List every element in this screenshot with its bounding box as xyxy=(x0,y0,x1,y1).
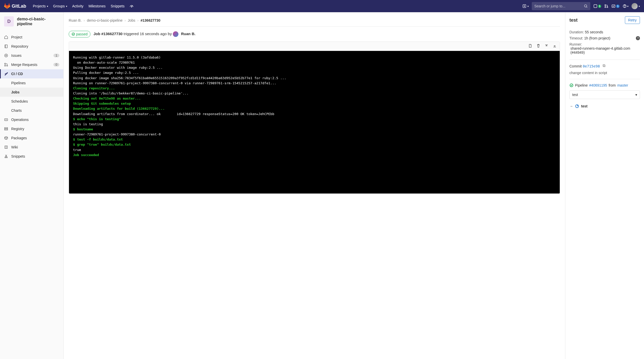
right-panel: test Retry Duration:55 seconds Timeout:1… xyxy=(565,12,644,359)
gitlab-logo[interactable]: GitLab xyxy=(4,3,26,9)
breadcrumbs: Ruan B. › demo-ci-basic-pipeline › Jobs … xyxy=(69,16,560,27)
tanuki-icon xyxy=(4,3,10,9)
svg-rect-18 xyxy=(5,129,8,130)
sidebar-item-operations[interactable]: Operations xyxy=(0,115,63,124)
log-container: Running with gitlab-runner 11.5.0 (3afda… xyxy=(69,42,560,194)
stage-job-row[interactable]: → test xyxy=(569,104,640,108)
sidebar-sub-schedules[interactable]: Schedules xyxy=(0,97,63,106)
snippets-icon xyxy=(4,154,8,158)
svg-point-6 xyxy=(607,7,608,8)
nav-snippets[interactable]: Snippets xyxy=(108,0,127,12)
nav-activity[interactable]: Activity xyxy=(70,0,86,12)
search-icon xyxy=(584,4,588,8)
sidebar-sub-jobs[interactable]: Jobs xyxy=(0,88,63,97)
sidebar-item-registry[interactable]: Registry xyxy=(0,124,63,133)
log-output[interactable]: Running with gitlab-runner 11.5.0 (3afda… xyxy=(69,51,560,194)
svg-rect-10 xyxy=(5,45,7,48)
sidebar-item-project[interactable]: Project xyxy=(0,33,63,42)
nav-gauge[interactable] xyxy=(127,0,136,12)
nav-milestones[interactable]: Milestones xyxy=(86,0,108,12)
pipeline-id-link[interactable]: #40691195 xyxy=(589,83,607,87)
scroll-top-button[interactable] xyxy=(544,44,549,49)
issue-icon xyxy=(4,53,8,58)
raw-log-button[interactable] xyxy=(528,44,532,49)
pipeline-passed-icon xyxy=(569,83,573,87)
merge-icon xyxy=(604,4,608,8)
merge-icon xyxy=(4,63,8,67)
svg-point-15 xyxy=(7,65,8,66)
file-icon xyxy=(528,44,532,48)
chevron-down-icon: ▾ xyxy=(635,93,637,97)
nav-mr-shortcut[interactable] xyxy=(604,4,608,8)
svg-point-14 xyxy=(5,65,6,66)
erase-log-button[interactable] xyxy=(536,44,540,49)
svg-point-9 xyxy=(625,7,625,7)
pipeline-info: Pipeline #40691195 from master xyxy=(569,83,640,87)
svg-point-12 xyxy=(6,55,7,56)
job-running-icon xyxy=(575,104,579,108)
svg-point-0 xyxy=(131,6,132,7)
nav-projects[interactable]: Projects▾ xyxy=(30,0,51,12)
job-title: Job #136627730 triggered 16 seconds ago … xyxy=(93,31,195,37)
scroll-bottom-button[interactable] xyxy=(553,44,557,49)
timeout-help[interactable]: ? xyxy=(636,36,640,40)
svg-rect-22 xyxy=(603,65,605,66)
nav-links: Projects▾ Groups▾ Activity Milestones Sn… xyxy=(30,0,136,12)
status-badge: passed xyxy=(69,31,90,37)
crumb-owner[interactable]: Ruan B. xyxy=(69,18,82,22)
sidebar-item-snippets[interactable]: Snippets xyxy=(0,152,63,161)
gauge-icon xyxy=(130,4,134,8)
svg-point-2 xyxy=(584,5,587,7)
pipeline-branch-link[interactable]: master xyxy=(617,83,628,87)
sidebar-project-header[interactable]: D demo-ci-basic-pipeline xyxy=(0,12,63,31)
crumb-jobs[interactable]: Jobs xyxy=(128,18,135,22)
content: Ruan B. › demo-ci-basic-pipeline › Jobs … xyxy=(64,12,565,359)
user-menu[interactable]: ▾ xyxy=(632,3,640,9)
project-avatar: D xyxy=(4,16,14,26)
svg-point-19 xyxy=(5,157,6,158)
nav-groups[interactable]: Groups▾ xyxy=(51,0,70,12)
retry-button[interactable]: Retry xyxy=(625,16,640,24)
nav-right: ▾ 1 1 ▾ ▾ xyxy=(522,2,640,10)
copy-sha-button[interactable] xyxy=(602,64,606,68)
sidebar-item-cicd[interactable]: CI / CD xyxy=(0,69,63,78)
sidebar-item-merge-requests[interactable]: Merge Requests0 xyxy=(0,60,63,69)
sidebar-item-wiki[interactable]: Wiki xyxy=(0,143,63,152)
ops-icon xyxy=(4,118,8,122)
top-navbar: GitLab Projects▾ Groups▾ Activity Milest… xyxy=(0,0,644,12)
brand-text: GitLab xyxy=(12,4,26,9)
author-avatar xyxy=(173,31,178,37)
sidebar-item-issues[interactable]: Issues1 xyxy=(0,51,63,60)
svg-point-20 xyxy=(6,157,7,158)
nav-issues-shortcut[interactable]: 1 xyxy=(593,4,601,8)
nav-todos-shortcut[interactable]: 1 xyxy=(611,4,620,8)
new-dropdown[interactable]: ▾ xyxy=(522,4,529,8)
panel-title: test xyxy=(569,18,578,23)
trash-icon xyxy=(536,44,540,48)
nav-help[interactable]: ▾ xyxy=(623,4,628,8)
crumb-project[interactable]: demo-ci-basic-pipeline xyxy=(87,18,122,22)
sidebar: D demo-ci-basic-pipeline Project Reposit… xyxy=(0,12,64,359)
rocket-icon xyxy=(4,72,8,76)
plus-icon xyxy=(522,4,526,8)
registry-icon xyxy=(4,127,8,131)
repo-icon xyxy=(4,44,8,48)
sidebar-item-packages[interactable]: Packages xyxy=(0,133,63,143)
passed-icon xyxy=(72,32,75,36)
job-author[interactable]: Ruan B. xyxy=(181,32,195,36)
sidebar-sub-charts[interactable]: Charts xyxy=(0,106,63,115)
home-icon xyxy=(4,35,8,39)
sidebar-sub-pipelines[interactable]: Pipelines xyxy=(0,78,63,88)
svg-point-5 xyxy=(605,7,606,8)
sidebar-item-repository[interactable]: Repository xyxy=(0,42,63,51)
search-input[interactable] xyxy=(534,4,584,8)
wiki-icon xyxy=(4,145,8,149)
job-header: passed Job #136627730 triggered 16 secon… xyxy=(69,27,560,42)
avatar-icon xyxy=(632,3,638,9)
issues-icon xyxy=(593,4,597,8)
svg-rect-23 xyxy=(604,65,605,67)
commit-sha-link[interactable]: 0e715e98 xyxy=(583,64,600,68)
search-box[interactable] xyxy=(532,2,590,10)
arrow-bottom-icon xyxy=(553,44,557,48)
stage-select[interactable]: test ▾ xyxy=(569,90,640,99)
